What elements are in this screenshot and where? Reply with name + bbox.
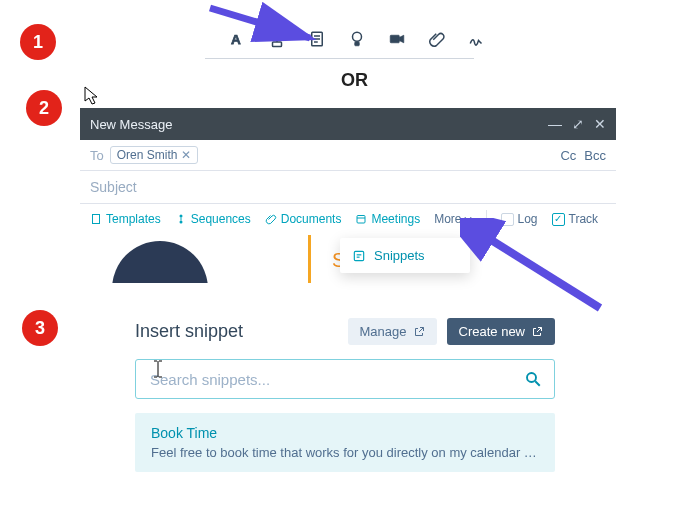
svg-marker-11 xyxy=(399,35,404,43)
svg-rect-9 xyxy=(355,42,360,46)
documents-attach-icon xyxy=(265,213,277,225)
to-label: To xyxy=(90,148,104,163)
snippet-result-title: Book Time xyxy=(151,425,539,441)
step-badge-2: 2 xyxy=(26,90,62,126)
or-label: OR xyxy=(335,70,374,91)
attachment-icon[interactable] xyxy=(428,30,446,48)
toolstrip-divider xyxy=(205,58,474,59)
manage-label: Manage xyxy=(360,324,407,339)
insert-snippet-panel: Insert snippet Manage Create new Book Ti… xyxy=(135,318,555,472)
signature-icon[interactable] xyxy=(468,30,486,48)
compose-titlebar: New Message — ⤢ ✕ xyxy=(80,108,616,140)
annotation-arrow-1 xyxy=(200,0,340,58)
annotation-arrow-2 xyxy=(460,218,620,328)
step-badge-3: 3 xyxy=(22,310,58,346)
snippets-menu-icon xyxy=(352,249,366,263)
svg-point-14 xyxy=(179,215,182,218)
svg-line-24 xyxy=(535,381,540,386)
sequences-button[interactable]: Sequences xyxy=(175,212,251,226)
search-input[interactable] xyxy=(148,370,524,389)
svg-rect-10 xyxy=(390,35,399,43)
manage-button[interactable]: Manage xyxy=(348,318,437,345)
meetings-button[interactable]: Meetings xyxy=(355,212,420,226)
recipient-chip[interactable]: Oren Smith ✕ xyxy=(110,146,199,164)
documents-label: Documents xyxy=(281,212,342,226)
svg-point-8 xyxy=(353,32,362,41)
svg-line-22 xyxy=(480,233,600,308)
remove-recipient-icon[interactable]: ✕ xyxy=(181,148,191,162)
svg-rect-19 xyxy=(354,251,363,260)
snippet-result[interactable]: Book Time Feel free to book time that wo… xyxy=(135,413,555,472)
meetings-label: Meetings xyxy=(371,212,420,226)
expand-button[interactable]: ⤢ xyxy=(572,116,584,132)
avatar xyxy=(112,241,208,283)
templates-button[interactable]: Templates xyxy=(90,212,161,226)
text-cursor-icon xyxy=(152,360,164,378)
signature-divider xyxy=(308,235,311,283)
snippets-menu-label: Snippets xyxy=(374,248,425,263)
window-controls: — ⤢ ✕ xyxy=(548,116,606,132)
cc-button[interactable]: Cc xyxy=(560,148,576,163)
subject-row[interactable]: Subject xyxy=(80,171,616,204)
compose-title: New Message xyxy=(90,117,172,132)
cursor-pointer-icon xyxy=(84,86,100,106)
step-badge-1: 1 xyxy=(20,24,56,60)
svg-point-15 xyxy=(179,221,182,224)
sequences-label: Sequences xyxy=(191,212,251,226)
templates-label: Templates xyxy=(106,212,161,226)
recipient-name: Oren Smith xyxy=(117,148,178,162)
bcc-button[interactable]: Bcc xyxy=(584,148,606,163)
snippet-result-preview: Feel free to book time that works for yo… xyxy=(151,445,539,460)
sequences-icon xyxy=(175,213,187,225)
panel-title: Insert snippet xyxy=(135,321,243,342)
svg-rect-13 xyxy=(93,215,100,224)
templates-icon xyxy=(90,213,102,225)
documents-button[interactable]: Documents xyxy=(265,212,342,226)
close-button[interactable]: ✕ xyxy=(594,116,606,132)
external-link-icon xyxy=(413,326,425,338)
svg-point-23 xyxy=(527,373,536,382)
svg-line-12 xyxy=(210,8,310,38)
more-dropdown-menu: Snippets xyxy=(340,238,470,273)
knowledge-bulb-icon[interactable] xyxy=(348,30,366,48)
video-icon[interactable] xyxy=(388,30,406,48)
search-snippets-field[interactable] xyxy=(135,359,555,399)
meetings-icon xyxy=(355,213,367,225)
to-row[interactable]: To Oren Smith ✕ Cc Bcc xyxy=(80,140,616,171)
more-label: More xyxy=(434,212,461,226)
svg-rect-17 xyxy=(357,216,365,224)
snippets-menu-item[interactable]: Snippets xyxy=(352,248,458,263)
minimize-button[interactable]: — xyxy=(548,116,562,132)
search-icon[interactable] xyxy=(524,370,542,388)
